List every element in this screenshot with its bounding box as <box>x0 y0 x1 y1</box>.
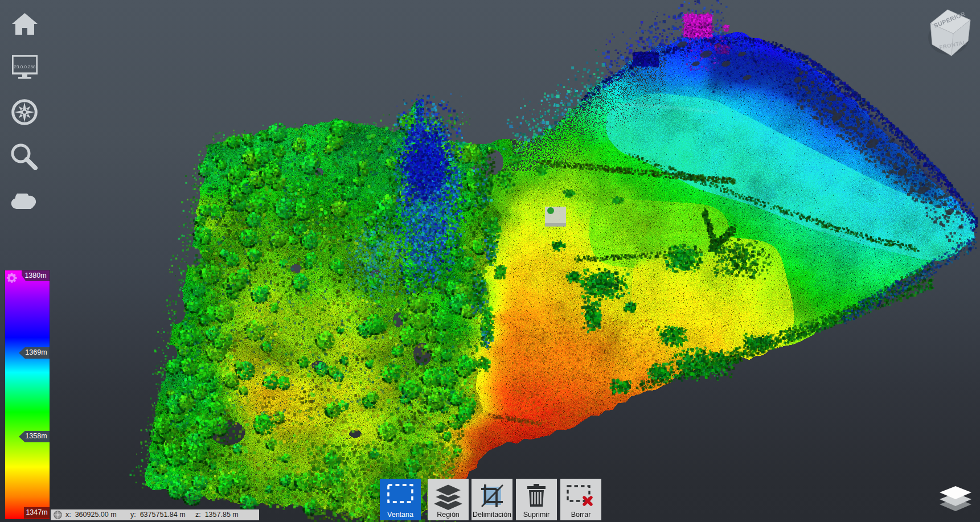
svg-text:23.0.0.258: 23.0.0.258 <box>14 64 36 69</box>
